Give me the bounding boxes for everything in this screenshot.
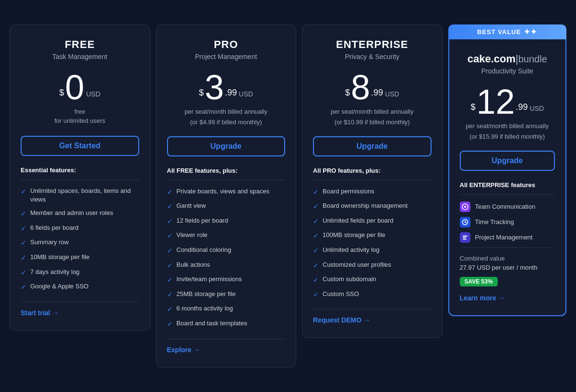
sparkle-icon: ✦✦ bbox=[524, 27, 537, 36]
check-icon: ✓ bbox=[21, 283, 26, 292]
divider-free bbox=[21, 179, 139, 180]
check-icon: ✓ bbox=[313, 275, 319, 285]
list-item: ✓Google & Apple SSO bbox=[21, 282, 139, 292]
upgrade-button-enterprise[interactable]: Upgrade bbox=[313, 136, 432, 156]
check-icon: ✓ bbox=[313, 246, 319, 256]
price-row-free: $ 0 USD bbox=[21, 70, 139, 105]
svg-rect-6 bbox=[463, 237, 466, 238]
list-item: ✓Board and task templates bbox=[167, 319, 286, 329]
plan-card-enterprise: ENTERPRISE Privacy & Security $ 8 .99 US… bbox=[302, 24, 443, 338]
plan-name-enterprise: ENTERPRISE bbox=[313, 38, 432, 51]
list-item: ✓Unlimited fields per board bbox=[313, 216, 432, 226]
list-item: ✓Unlimited spaces, boards, items and vie… bbox=[21, 187, 139, 204]
price-row-pro: $ 3 .99 USD bbox=[167, 70, 286, 105]
list-item: ✓100MB storage per file bbox=[313, 231, 432, 241]
price-currency-free: USD bbox=[86, 90, 101, 98]
check-icon: ✓ bbox=[167, 320, 173, 329]
price-period-enterprise: per seat/month billed annually bbox=[313, 107, 432, 116]
project-mgmt-icon bbox=[460, 232, 470, 243]
feature-list-enterprise: ✓Board permissions ✓Board ownership mana… bbox=[313, 187, 432, 300]
check-icon: ✓ bbox=[167, 217, 173, 226]
get-started-button[interactable]: Get Started bbox=[21, 136, 139, 156]
price-period-bundle: per seat/month billed annually bbox=[460, 122, 555, 131]
price-currency-enterprise: USD bbox=[385, 90, 399, 98]
svg-rect-7 bbox=[463, 239, 467, 240]
plan-subtitle-free: Task Management bbox=[21, 53, 139, 60]
divider-bundle-2 bbox=[460, 248, 555, 248]
list-item: ✓Private boards, views and spaces bbox=[167, 187, 286, 197]
price-cents-pro: .99 bbox=[225, 88, 237, 98]
plan-subtitle-pro: Project Management bbox=[167, 53, 286, 60]
plan-name-bundle: cake.com|bundle bbox=[460, 53, 555, 65]
bundle-app-project-mgmt: Project Management bbox=[460, 232, 555, 243]
list-item: ✓Board permissions bbox=[313, 187, 432, 197]
explore-link[interactable]: Explore → bbox=[167, 346, 286, 354]
best-value-wrapper: BEST VALUE ✦✦ cake.com|bundle Productivi… bbox=[448, 24, 567, 316]
combined-value-label: Combined value bbox=[460, 255, 555, 262]
check-icon: ✓ bbox=[167, 202, 173, 212]
list-item: ✓Unlimited activity log bbox=[313, 246, 432, 256]
price-dollar-pro: $ bbox=[199, 88, 204, 98]
check-icon: ✓ bbox=[167, 188, 173, 197]
list-item: ✓7 days activity log bbox=[21, 268, 139, 278]
plan-subtitle-enterprise: Privacy & Security bbox=[313, 53, 432, 60]
check-icon: ✓ bbox=[21, 268, 26, 278]
plan-card-free: FREE Task Management $ 0 USD freefor unl… bbox=[10, 24, 150, 330]
price-row-enterprise: $ 8 .99 USD bbox=[313, 70, 432, 105]
check-icon: ✓ bbox=[21, 238, 26, 248]
list-item: ✓Customized user profiles bbox=[313, 261, 432, 271]
price-cents-enterprise: .99 bbox=[371, 88, 383, 98]
bundle-app-team-comm: Team Communication bbox=[460, 202, 555, 212]
section-label-pro: All FREE features, plus: bbox=[167, 167, 286, 174]
price-dollar-enterprise: $ bbox=[345, 88, 350, 98]
check-icon: ✓ bbox=[313, 202, 319, 212]
plan-card-pro: PRO Project Management $ 3 .99 USD per s… bbox=[156, 24, 297, 367]
check-icon: ✓ bbox=[21, 253, 26, 263]
list-item: ✓6 fields per board bbox=[21, 224, 139, 234]
save-badge: SAVE 53% bbox=[460, 277, 498, 286]
check-icon: ✓ bbox=[167, 290, 173, 300]
price-main-bundle: 12 bbox=[476, 84, 515, 119]
svg-line-4 bbox=[465, 222, 467, 223]
team-comm-icon bbox=[460, 202, 470, 212]
check-icon: ✓ bbox=[167, 275, 173, 285]
svg-rect-5 bbox=[463, 236, 468, 237]
svg-point-1 bbox=[464, 206, 466, 208]
list-item: ✓Board ownership management bbox=[313, 202, 432, 212]
list-item: ✓Invite/team permissions bbox=[167, 275, 286, 285]
upgrade-button-bundle[interactable]: Upgrade bbox=[460, 151, 555, 171]
time-tracking-icon bbox=[460, 217, 470, 227]
divider-enterprise-bottom bbox=[313, 309, 432, 309]
check-icon: ✓ bbox=[313, 217, 319, 226]
price-dollar-bundle: $ bbox=[470, 102, 475, 112]
start-trial-link[interactable]: Start trial → bbox=[21, 309, 139, 317]
list-item: ✓25MB storage per file bbox=[167, 290, 286, 300]
list-item: ✓Summary row bbox=[21, 238, 139, 248]
list-item: ✓Custom subdomain bbox=[313, 275, 432, 285]
price-currency-bundle: USD bbox=[530, 105, 544, 112]
price-row-bundle: $ 12 .99 USD bbox=[460, 84, 555, 119]
price-dollar-free: $ bbox=[59, 88, 64, 98]
learn-more-link[interactable]: Learn more → bbox=[460, 294, 555, 302]
check-icon: ✓ bbox=[167, 305, 173, 314]
pricing-container: FREE Task Management $ 0 USD freefor unl… bbox=[10, 24, 566, 367]
check-icon: ✓ bbox=[313, 261, 319, 271]
plan-subtitle-bundle: Productivity Suite bbox=[460, 67, 555, 75]
upgrade-button-pro[interactable]: Upgrade bbox=[167, 136, 286, 156]
section-label-enterprise: All PRO features, plus: bbox=[313, 167, 432, 174]
combined-value-amount: 27.97 USD per user / month bbox=[460, 264, 555, 271]
list-item: ✓Gantt view bbox=[167, 202, 286, 212]
list-item: ✓6 months activity log bbox=[167, 304, 286, 314]
divider-pro bbox=[167, 180, 286, 180]
check-icon: ✓ bbox=[21, 209, 26, 219]
best-value-banner: BEST VALUE ✦✦ bbox=[448, 24, 567, 39]
list-item: ✓Conditional coloring bbox=[167, 246, 286, 256]
price-note-pro: (or $4.99 if billed monthly) bbox=[167, 119, 286, 126]
check-icon: ✓ bbox=[313, 231, 319, 241]
request-demo-link[interactable]: Request DEMO → bbox=[313, 316, 432, 324]
price-main-enterprise: 8 bbox=[351, 70, 370, 105]
list-item: ✓Member and admin user roles bbox=[21, 209, 139, 219]
price-main-pro: 3 bbox=[204, 70, 224, 105]
list-item: ✓12 fields per board bbox=[167, 216, 286, 226]
price-main-free: 0 bbox=[65, 70, 84, 105]
